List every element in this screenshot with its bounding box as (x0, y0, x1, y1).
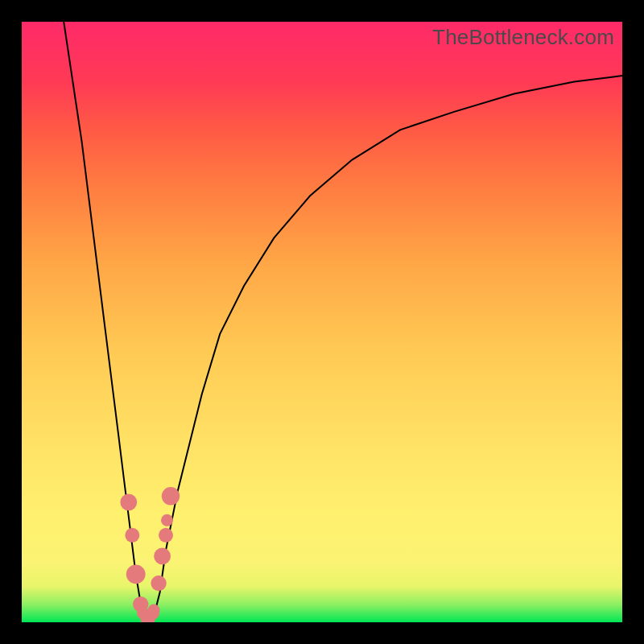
curve-marker (159, 528, 173, 543)
curve-marker (126, 564, 146, 584)
curve-marker (161, 514, 173, 526)
marker-group (120, 487, 180, 622)
curve-marker (151, 576, 166, 591)
curve-marker (120, 493, 137, 510)
outer-frame: TheBottleneck.com (0, 0, 644, 644)
bottleneck-curve-line (64, 22, 622, 622)
plot-area: TheBottleneck.com (22, 22, 622, 622)
curve-marker (125, 528, 139, 543)
curve-marker (162, 487, 180, 505)
chart-svg (22, 22, 622, 622)
curve-marker (154, 548, 171, 565)
curve-marker (148, 605, 160, 617)
